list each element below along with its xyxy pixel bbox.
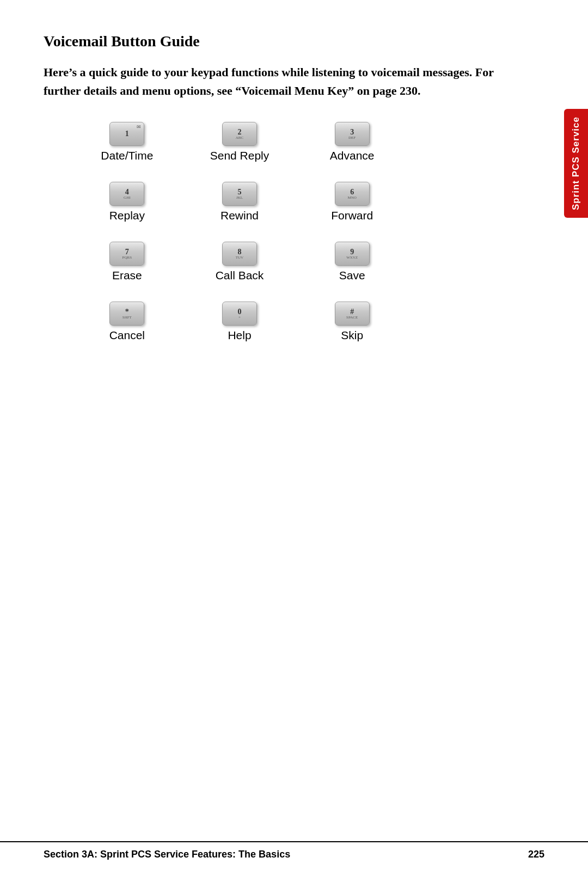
- footer-section: Section 3A: Sprint PCS Service Features:…: [44, 849, 290, 860]
- key-label-7: Call Back: [216, 269, 264, 282]
- key-letters-6: PQRS: [122, 256, 132, 260]
- key-letters-3: GHI: [124, 196, 130, 200]
- key-number-8: 9: [350, 248, 354, 256]
- key-item-1: 2ABCSend Reply: [189, 122, 291, 162]
- key-item-10: 0+Help: [189, 302, 291, 342]
- key-label-6: Erase: [112, 269, 142, 282]
- footer-page-number: 225: [528, 849, 544, 860]
- key-label-8: Save: [339, 269, 365, 282]
- key-letters-8: WXYZ: [346, 256, 358, 260]
- key-number-10: 0: [237, 308, 241, 316]
- key-item-7: 8TUVCall Back: [189, 242, 291, 282]
- key-label-10: Help: [228, 329, 251, 342]
- page-content: Voicemail Button Guide Here’s a quick gu…: [0, 0, 544, 396]
- key-number-11: #: [350, 308, 354, 316]
- key-number-7: 8: [237, 248, 241, 256]
- key-number-5: 6: [350, 188, 354, 196]
- key-label-0: Date/Time: [101, 149, 153, 162]
- key-number-4: 5: [237, 188, 241, 196]
- key-icon-0: 0+: [222, 302, 257, 326]
- key-item-6: 7PQRSErase: [76, 242, 178, 282]
- key-icon-9: 9WXYZ: [335, 242, 370, 266]
- key-number-3: 4: [125, 188, 129, 196]
- side-tab-label: Sprint PCS Service: [571, 117, 581, 210]
- key-icon-#: #SPACE: [335, 302, 370, 326]
- key-letters-5: MNO: [347, 196, 356, 200]
- key-number-2: 3: [350, 128, 354, 136]
- key-item-9: *SHFTCancel: [76, 302, 178, 342]
- key-item-3: 4GHIReplay: [76, 182, 178, 222]
- key-icon-2: 2ABC: [222, 122, 257, 146]
- key-item-5: 6MNOForward: [301, 182, 403, 222]
- key-label-3: Replay: [109, 209, 145, 222]
- key-number-9: *: [125, 308, 129, 316]
- button-grid: 1✉Date/Time2ABCSend Reply3DEFAdvance4GHI…: [76, 122, 403, 342]
- key-label-2: Advance: [330, 149, 375, 162]
- intro-text: Here’s a quick guide to your keypad func…: [44, 63, 501, 100]
- key-letters-10: +: [238, 316, 241, 320]
- key-letters-11: SPACE: [346, 316, 358, 320]
- key-icon-4: 4GHI: [109, 182, 144, 206]
- key-letters-9: SHFT: [122, 316, 132, 320]
- key-label-1: Send Reply: [210, 149, 270, 162]
- key-number-0: 1: [125, 130, 129, 138]
- key-letters-1: ABC: [236, 136, 243, 140]
- key-envelope-icon: ✉: [137, 124, 141, 130]
- key-item-4: 5JKLRewind: [189, 182, 291, 222]
- key-item-8: 9WXYZSave: [301, 242, 403, 282]
- key-label-11: Skip: [341, 329, 363, 342]
- key-number-1: 2: [237, 128, 241, 136]
- side-tab: Sprint PCS Service: [564, 109, 588, 218]
- footer: Section 3A: Sprint PCS Service Features:…: [0, 841, 588, 860]
- key-icon-7: 7PQRS: [109, 242, 144, 266]
- page-title: Voicemail Button Guide: [44, 33, 501, 50]
- key-item-11: #SPACESkip: [301, 302, 403, 342]
- key-icon-5: 5JKL: [222, 182, 257, 206]
- key-icon-6: 6MNO: [335, 182, 370, 206]
- key-icon-3: 3DEF: [335, 122, 370, 146]
- key-label-5: Forward: [331, 209, 373, 222]
- key-label-4: Rewind: [220, 209, 259, 222]
- key-label-9: Cancel: [109, 329, 145, 342]
- key-item-2: 3DEFAdvance: [301, 122, 403, 162]
- key-icon-1: 1✉: [109, 122, 144, 146]
- key-icon-*: *SHFT: [109, 302, 144, 326]
- key-letters-2: DEF: [348, 136, 356, 140]
- key-item-0: 1✉Date/Time: [76, 122, 178, 162]
- key-letters-7: TUV: [236, 256, 243, 260]
- key-letters-4: JKL: [236, 196, 243, 200]
- key-icon-8: 8TUV: [222, 242, 257, 266]
- key-number-6: 7: [125, 248, 129, 256]
